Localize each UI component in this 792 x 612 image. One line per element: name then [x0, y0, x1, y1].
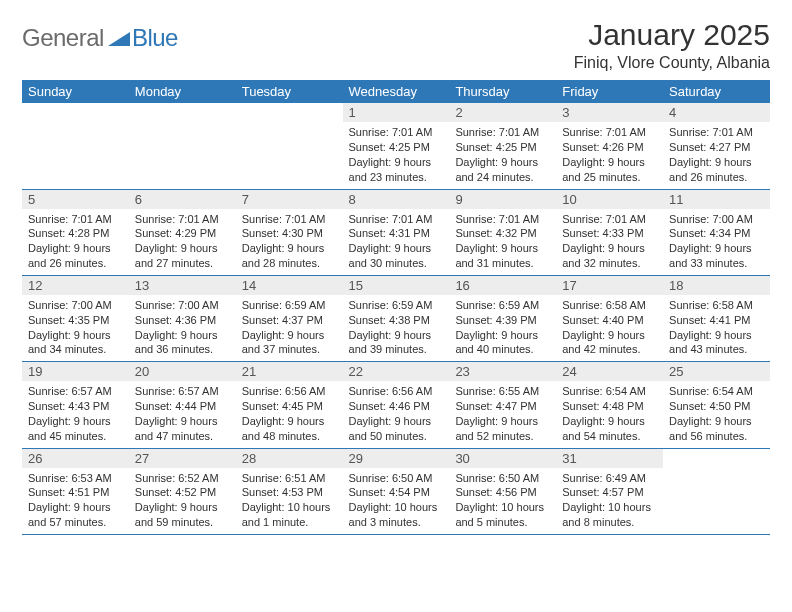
day-sr: Sunrise: 6:57 AM — [28, 384, 123, 399]
day-info: Sunrise: 6:53 AMSunset: 4:51 PMDaylight:… — [22, 468, 129, 534]
day-info: Sunrise: 6:52 AMSunset: 4:52 PMDaylight:… — [129, 468, 236, 534]
day-dl: Daylight: 9 hours and 36 minutes. — [135, 328, 230, 358]
day-dl: Daylight: 9 hours and 26 minutes. — [669, 155, 764, 185]
calendar-day-cell: 29Sunrise: 6:50 AMSunset: 4:54 PMDayligh… — [343, 448, 450, 534]
day-info: Sunrise: 6:57 AMSunset: 4:43 PMDaylight:… — [22, 381, 129, 447]
day-info: Sunrise: 6:50 AMSunset: 4:56 PMDaylight:… — [449, 468, 556, 534]
day-dl: Daylight: 9 hours and 45 minutes. — [28, 414, 123, 444]
day-sr: Sunrise: 6:56 AM — [349, 384, 444, 399]
calendar-day-cell: 12Sunrise: 7:00 AMSunset: 4:35 PMDayligh… — [22, 275, 129, 361]
day-ss: Sunset: 4:35 PM — [28, 313, 123, 328]
day-info: Sunrise: 7:00 AMSunset: 4:34 PMDaylight:… — [663, 209, 770, 275]
day-number: 29 — [343, 449, 450, 468]
day-info: Sunrise: 7:01 AMSunset: 4:30 PMDaylight:… — [236, 209, 343, 275]
day-sr: Sunrise: 7:00 AM — [135, 298, 230, 313]
calendar-day-cell: 5Sunrise: 7:01 AMSunset: 4:28 PMDaylight… — [22, 189, 129, 275]
day-dl: Daylight: 9 hours and 37 minutes. — [242, 328, 337, 358]
day-number: 18 — [663, 276, 770, 295]
calendar-day-cell: 16Sunrise: 6:59 AMSunset: 4:39 PMDayligh… — [449, 275, 556, 361]
day-number: 27 — [129, 449, 236, 468]
calendar-day-cell: 30Sunrise: 6:50 AMSunset: 4:56 PMDayligh… — [449, 448, 556, 534]
day-number: 28 — [236, 449, 343, 468]
day-number: 4 — [663, 103, 770, 122]
day-info: Sunrise: 6:50 AMSunset: 4:54 PMDaylight:… — [343, 468, 450, 534]
day-info: Sunrise: 7:00 AMSunset: 4:35 PMDaylight:… — [22, 295, 129, 361]
day-sr: Sunrise: 6:53 AM — [28, 471, 123, 486]
calendar-day-cell: 4Sunrise: 7:01 AMSunset: 4:27 PMDaylight… — [663, 103, 770, 189]
day-number: 10 — [556, 190, 663, 209]
day-info: Sunrise: 6:59 AMSunset: 4:37 PMDaylight:… — [236, 295, 343, 361]
day-ss: Sunset: 4:53 PM — [242, 485, 337, 500]
day-sr: Sunrise: 7:01 AM — [455, 212, 550, 227]
day-ss: Sunset: 4:44 PM — [135, 399, 230, 414]
calendar-day-cell: 31Sunrise: 6:49 AMSunset: 4:57 PMDayligh… — [556, 448, 663, 534]
day-number: 2 — [449, 103, 556, 122]
day-sr: Sunrise: 7:01 AM — [669, 125, 764, 140]
day-sr: Sunrise: 7:01 AM — [455, 125, 550, 140]
day-dl: Daylight: 9 hours and 52 minutes. — [455, 414, 550, 444]
calendar-day-cell: 1Sunrise: 7:01 AMSunset: 4:25 PMDaylight… — [343, 103, 450, 189]
day-info: Sunrise: 7:01 AMSunset: 4:31 PMDaylight:… — [343, 209, 450, 275]
calendar-day-cell: 3Sunrise: 7:01 AMSunset: 4:26 PMDaylight… — [556, 103, 663, 189]
day-sr: Sunrise: 6:52 AM — [135, 471, 230, 486]
calendar-week-row: 1Sunrise: 7:01 AMSunset: 4:25 PMDaylight… — [22, 103, 770, 189]
day-sr: Sunrise: 6:55 AM — [455, 384, 550, 399]
day-sr: Sunrise: 6:54 AM — [562, 384, 657, 399]
day-dl: Daylight: 10 hours and 1 minute. — [242, 500, 337, 530]
day-number: 22 — [343, 362, 450, 381]
logo-text-blue: Blue — [132, 24, 178, 52]
calendar-day-cell: 21Sunrise: 6:56 AMSunset: 4:45 PMDayligh… — [236, 362, 343, 448]
day-number: 12 — [22, 276, 129, 295]
calendar-day-cell: 28Sunrise: 6:51 AMSunset: 4:53 PMDayligh… — [236, 448, 343, 534]
calendar-table: Sunday Monday Tuesday Wednesday Thursday… — [22, 80, 770, 535]
weekday-header: Thursday — [449, 80, 556, 103]
calendar-week-row: 26Sunrise: 6:53 AMSunset: 4:51 PMDayligh… — [22, 448, 770, 534]
day-info: Sunrise: 7:00 AMSunset: 4:36 PMDaylight:… — [129, 295, 236, 361]
calendar-day-cell: 6Sunrise: 7:01 AMSunset: 4:29 PMDaylight… — [129, 189, 236, 275]
day-number: 20 — [129, 362, 236, 381]
day-dl: Daylight: 10 hours and 5 minutes. — [455, 500, 550, 530]
day-ss: Sunset: 4:30 PM — [242, 226, 337, 241]
logo-text-general: General — [22, 24, 104, 52]
day-dl: Daylight: 9 hours and 34 minutes. — [28, 328, 123, 358]
weekday-header: Tuesday — [236, 80, 343, 103]
day-dl: Daylight: 9 hours and 28 minutes. — [242, 241, 337, 271]
calendar-day-cell: 13Sunrise: 7:00 AMSunset: 4:36 PMDayligh… — [129, 275, 236, 361]
svg-marker-0 — [108, 32, 130, 46]
calendar-day-cell: 11Sunrise: 7:00 AMSunset: 4:34 PMDayligh… — [663, 189, 770, 275]
calendar-day-cell: 24Sunrise: 6:54 AMSunset: 4:48 PMDayligh… — [556, 362, 663, 448]
calendar-day-cell: 25Sunrise: 6:54 AMSunset: 4:50 PMDayligh… — [663, 362, 770, 448]
weekday-header: Friday — [556, 80, 663, 103]
day-ss: Sunset: 4:36 PM — [135, 313, 230, 328]
day-ss: Sunset: 4:45 PM — [242, 399, 337, 414]
day-dl: Daylight: 9 hours and 33 minutes. — [669, 241, 764, 271]
day-ss: Sunset: 4:54 PM — [349, 485, 444, 500]
day-info: Sunrise: 6:49 AMSunset: 4:57 PMDaylight:… — [556, 468, 663, 534]
day-info: Sunrise: 7:01 AMSunset: 4:27 PMDaylight:… — [663, 122, 770, 188]
day-ss: Sunset: 4:41 PM — [669, 313, 764, 328]
calendar-day-cell: 10Sunrise: 7:01 AMSunset: 4:33 PMDayligh… — [556, 189, 663, 275]
calendar-day-cell: 19Sunrise: 6:57 AMSunset: 4:43 PMDayligh… — [22, 362, 129, 448]
day-number: 1 — [343, 103, 450, 122]
calendar-day-cell — [22, 103, 129, 189]
day-ss: Sunset: 4:43 PM — [28, 399, 123, 414]
day-info: Sunrise: 6:54 AMSunset: 4:50 PMDaylight:… — [663, 381, 770, 447]
calendar-day-cell — [129, 103, 236, 189]
day-sr: Sunrise: 6:59 AM — [349, 298, 444, 313]
day-info: Sunrise: 6:59 AMSunset: 4:39 PMDaylight:… — [449, 295, 556, 361]
header: General Blue January 2025 Finiq, Vlore C… — [22, 18, 770, 72]
day-number: 7 — [236, 190, 343, 209]
day-number: 31 — [556, 449, 663, 468]
day-sr: Sunrise: 6:56 AM — [242, 384, 337, 399]
day-sr: Sunrise: 7:01 AM — [135, 212, 230, 227]
day-info: Sunrise: 7:01 AMSunset: 4:25 PMDaylight:… — [343, 122, 450, 188]
calendar-week-row: 19Sunrise: 6:57 AMSunset: 4:43 PMDayligh… — [22, 362, 770, 448]
day-ss: Sunset: 4:50 PM — [669, 399, 764, 414]
calendar-day-cell: 2Sunrise: 7:01 AMSunset: 4:25 PMDaylight… — [449, 103, 556, 189]
day-ss: Sunset: 4:32 PM — [455, 226, 550, 241]
title-block: January 2025 Finiq, Vlore County, Albani… — [574, 18, 770, 72]
day-sr: Sunrise: 7:01 AM — [349, 212, 444, 227]
weekday-header: Sunday — [22, 80, 129, 103]
day-number: 19 — [22, 362, 129, 381]
day-info: Sunrise: 6:59 AMSunset: 4:38 PMDaylight:… — [343, 295, 450, 361]
